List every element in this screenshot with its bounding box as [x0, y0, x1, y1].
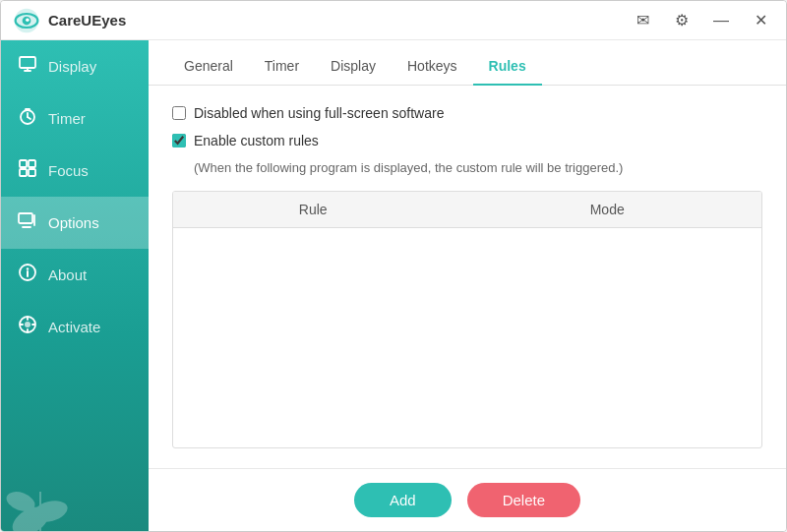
sidebar-decoration: [1, 433, 149, 531]
email-icon: ✉: [636, 11, 649, 30]
disabled-fullscreen-label[interactable]: Disabled when using full-screen software: [194, 105, 444, 121]
app-window: CareUEyes ✉ ⚙ — ✕: [0, 0, 787, 532]
options-icon: [17, 210, 38, 235]
sidebar-item-about[interactable]: About: [1, 249, 149, 301]
sidebar-item-display[interactable]: Display: [1, 40, 149, 92]
title-bar-right: ✉ ⚙ — ✕: [629, 7, 774, 34]
sidebar: Display Timer: [1, 40, 149, 531]
rules-table: Rule Mode: [173, 192, 761, 228]
tab-general[interactable]: General: [168, 48, 249, 86]
app-logo: [13, 7, 40, 34]
settings-icon: ⚙: [675, 11, 689, 30]
column-mode: Mode: [453, 192, 761, 228]
settings-button[interactable]: ⚙: [668, 7, 696, 34]
close-icon: ✕: [755, 11, 767, 30]
display-icon: [17, 54, 38, 79]
main-layout: Display Timer: [1, 40, 786, 531]
sidebar-label-about: About: [48, 266, 87, 283]
svg-point-3: [26, 18, 30, 22]
about-icon: [17, 263, 38, 287]
enable-custom-label[interactable]: Enable custom rules: [194, 133, 319, 148]
tab-timer[interactable]: Timer: [249, 48, 315, 86]
sidebar-item-options[interactable]: Options: [1, 197, 149, 249]
minimize-icon: —: [713, 12, 729, 30]
enable-custom-row: Enable custom rules: [172, 133, 762, 148]
focus-icon: [17, 158, 38, 183]
svg-point-26: [25, 322, 30, 327]
table-header-row: Rule Mode: [173, 192, 761, 228]
svg-rect-14: [29, 169, 35, 176]
sidebar-label-timer: Timer: [48, 110, 86, 127]
tab-rules-content: Disabled when using full-screen software…: [149, 86, 786, 468]
rules-table-container: Rule Mode: [172, 191, 762, 448]
sidebar-label-focus: Focus: [48, 162, 89, 179]
sidebar-item-activate[interactable]: Activate: [1, 301, 149, 353]
svg-rect-15: [19, 213, 32, 223]
sidebar-label-options: Options: [48, 214, 99, 231]
app-title: CareUEyes: [48, 12, 126, 29]
svg-line-9: [28, 117, 30, 119]
minimize-button[interactable]: —: [707, 7, 735, 34]
column-rule: Rule: [173, 192, 453, 228]
svg-rect-13: [20, 169, 27, 176]
sidebar-label-display: Display: [48, 58, 96, 75]
svg-rect-4: [20, 57, 35, 68]
delete-button[interactable]: Delete: [467, 483, 580, 517]
add-button[interactable]: Add: [354, 483, 452, 517]
enable-custom-checkbox[interactable]: [172, 134, 186, 148]
title-bar: CareUEyes ✉ ⚙ — ✕: [1, 1, 786, 40]
hint-text: (When the following program is displayed…: [172, 160, 762, 175]
title-bar-left: CareUEyes: [13, 7, 629, 34]
svg-point-20: [27, 267, 29, 269]
tabs: General Timer Display Hotkeys Rules: [149, 40, 786, 86]
disabled-fullscreen-checkbox[interactable]: [172, 106, 186, 120]
timer-icon: [17, 106, 38, 131]
disabled-fullscreen-row: Disabled when using full-screen software: [172, 105, 762, 121]
tab-rules[interactable]: Rules: [473, 48, 542, 86]
content-area: General Timer Display Hotkeys Rules: [149, 40, 786, 531]
close-button[interactable]: ✕: [747, 7, 774, 34]
svg-rect-11: [20, 160, 27, 167]
sidebar-item-timer[interactable]: Timer: [1, 92, 149, 145]
bottom-bar: Add Delete: [149, 468, 786, 531]
sidebar-item-focus[interactable]: Focus: [1, 145, 149, 197]
email-button[interactable]: ✉: [629, 7, 656, 34]
activate-icon: [17, 315, 38, 339]
sidebar-label-activate: Activate: [48, 319, 100, 335]
tab-hotkeys[interactable]: Hotkeys: [392, 48, 473, 86]
tab-display[interactable]: Display: [315, 48, 392, 86]
svg-rect-12: [29, 160, 35, 167]
